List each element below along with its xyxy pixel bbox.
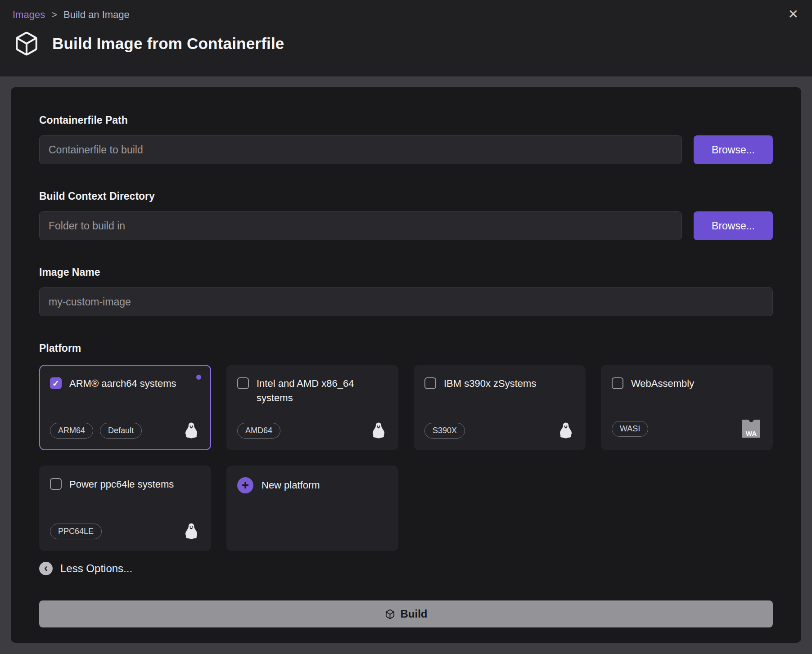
- platform-grid: ARM® aarch64 systems ARM64 Default: [39, 365, 773, 551]
- breadcrumb-images-link[interactable]: Images: [13, 9, 45, 21]
- platform-title: Power ppc64le systems: [69, 477, 180, 492]
- arch-badge: WASI: [612, 421, 648, 437]
- platform-checkbox-amd64[interactable]: [237, 377, 249, 389]
- arch-badge: AMD64: [237, 423, 280, 439]
- plus-icon: +: [237, 477, 253, 493]
- platform-card-s390x[interactable]: IBM s390x zSystems S390X: [414, 365, 586, 450]
- platform-card-ppc64le[interactable]: Power ppc64le systems PPC64LE: [39, 466, 211, 551]
- containerfile-path-label: Containerfile Path: [39, 114, 773, 126]
- platform-title: New platform: [262, 478, 326, 493]
- image-name-input[interactable]: [39, 287, 773, 316]
- platform-title: WebAssembly: [631, 376, 700, 391]
- build-form-panel: Containerfile Path Browse... Build Conte…: [11, 87, 801, 643]
- platform-checkbox-wasm[interactable]: [612, 377, 623, 389]
- selected-indicator-dot: [196, 375, 201, 380]
- breadcrumb-current: Build an Image: [63, 9, 130, 21]
- build-context-label: Build Context Directory: [39, 190, 773, 202]
- close-icon[interactable]: ✕: [788, 8, 798, 21]
- platform-title: Intel and AMD x86_64 systems: [257, 376, 388, 405]
- chevron-left-circle-icon: ‹: [39, 562, 53, 575]
- containerfile-path-input[interactable]: [39, 135, 682, 164]
- arch-badge: S390X: [424, 423, 465, 439]
- build-button[interactable]: Build: [39, 600, 773, 627]
- platform-checkbox-ppc64le[interactable]: [50, 478, 62, 490]
- less-options-toggle[interactable]: ‹ Less Options...: [39, 562, 132, 575]
- context-browse-button[interactable]: Browse...: [694, 211, 773, 240]
- breadcrumb: Images > Build an Image: [13, 9, 799, 21]
- title-row: Build Image from Containerfile: [13, 30, 799, 58]
- default-badge: Default: [100, 423, 142, 439]
- image-name-row: [39, 287, 773, 316]
- containerfile-path-row: Browse...: [39, 135, 773, 164]
- linux-icon: [182, 421, 200, 439]
- less-options-label: Less Options...: [60, 562, 132, 575]
- containerfile-browse-button[interactable]: Browse...: [694, 135, 773, 164]
- webassembly-icon: WA: [740, 418, 762, 439]
- linux-icon: [370, 421, 388, 439]
- container-cube-icon: [13, 30, 41, 58]
- build-context-input[interactable]: [39, 211, 682, 240]
- platform-checkbox-s390x[interactable]: [424, 377, 436, 389]
- page-header: Images > Build an Image ✕ Build Image fr…: [0, 0, 812, 76]
- breadcrumb-separator: >: [51, 9, 57, 21]
- linux-icon: [182, 522, 200, 540]
- platform-card-new-platform[interactable]: + New platform: [226, 466, 398, 551]
- linux-icon: [557, 421, 575, 439]
- build-button-label: Build: [401, 608, 428, 620]
- arch-badge: PPC64LE: [50, 524, 102, 539]
- arch-badge: ARM64: [50, 423, 93, 439]
- build-context-row: Browse...: [39, 211, 773, 240]
- platform-card-arm64[interactable]: ARM® aarch64 systems ARM64 Default: [39, 365, 211, 450]
- platform-title: ARM® aarch64 systems: [69, 376, 183, 391]
- platform-card-amd64[interactable]: Intel and AMD x86_64 systems AMD64: [226, 365, 398, 450]
- platform-title: IBM s390x zSystems: [444, 376, 542, 391]
- platform-checkbox-arm64[interactable]: [50, 377, 62, 389]
- platform-card-wasm[interactable]: WebAssembly WASI WA: [601, 365, 773, 450]
- build-cube-icon: [385, 609, 395, 619]
- platform-label: Platform: [39, 342, 773, 354]
- image-name-label: Image Name: [39, 266, 773, 278]
- wasm-label-text: WA: [746, 430, 757, 437]
- content-area: Containerfile Path Browse... Build Conte…: [0, 76, 812, 654]
- page-title: Build Image from Containerfile: [52, 35, 284, 53]
